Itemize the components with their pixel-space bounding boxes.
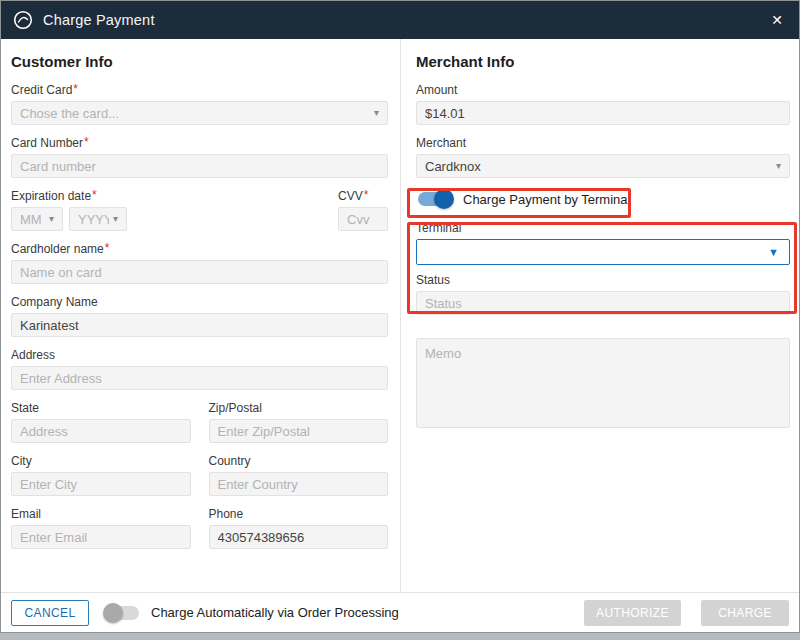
- state-input[interactable]: [11, 419, 191, 443]
- cardholder-name-input[interactable]: [11, 260, 388, 284]
- expiration-year-value: YYYY: [78, 212, 109, 227]
- merchant-info-section: Merchant Info Amount Merchant Cardknox ▾: [401, 39, 799, 592]
- customer-info-section: Customer Info Credit Card* Chose the car…: [1, 39, 401, 592]
- card-number-input[interactable]: [11, 154, 388, 178]
- page: Charge Payment ✕ Customer Info Credit Ca…: [0, 0, 800, 640]
- state-label-text: State: [11, 401, 39, 415]
- country-input[interactable]: [209, 472, 389, 496]
- terminal-toggle-row: Charge Payment by Terminal: [418, 189, 790, 209]
- charge-payment-modal: Charge Payment ✕ Customer Info Credit Ca…: [0, 0, 800, 633]
- address-field: Address: [11, 348, 388, 390]
- auto-charge-label: Charge Automatically via Order Processin…: [151, 605, 399, 620]
- status-input[interactable]: [416, 291, 790, 315]
- chevron-down-icon: ▾: [49, 214, 54, 224]
- cvv-field: CVV*: [338, 189, 388, 231]
- chevron-down-icon: ▾: [776, 161, 781, 171]
- credit-card-label: Credit Card*: [11, 83, 388, 97]
- terminal-label-text: Terminal: [416, 221, 461, 235]
- email-label: Email: [11, 507, 191, 521]
- address-label: Address: [11, 348, 388, 362]
- email-phone-row: Email Phone: [11, 507, 388, 549]
- expiration-month-select[interactable]: MM ▾: [11, 207, 63, 231]
- email-field: Email: [11, 507, 191, 549]
- cardholder-name-field: Cardholder name*: [11, 242, 388, 284]
- terminal-field: Terminal ▼: [416, 221, 790, 265]
- brand-logo-icon: [13, 10, 33, 30]
- cardholder-name-label: Cardholder name*: [11, 242, 388, 256]
- close-icon[interactable]: ✕: [771, 13, 783, 27]
- required-asterisk: *: [84, 135, 89, 149]
- city-input[interactable]: [11, 472, 191, 496]
- phone-label: Phone: [209, 507, 389, 521]
- state-field: State: [11, 401, 191, 443]
- merchant-label-text: Merchant: [416, 136, 466, 150]
- expiration-label: Expiration date*: [11, 189, 338, 203]
- required-asterisk: *: [105, 241, 110, 255]
- email-input[interactable]: [11, 525, 191, 549]
- zip-postal-field: Zip/Postal: [209, 401, 389, 443]
- toggle-knob: [434, 189, 454, 209]
- company-name-input[interactable]: [11, 313, 388, 337]
- amount-input[interactable]: [416, 101, 790, 125]
- address-input[interactable]: [11, 366, 388, 390]
- expiration-selects: MM ▾ YYYY ▾: [11, 207, 338, 231]
- cvv-label: CVV*: [338, 189, 388, 203]
- company-name-field: Company Name: [11, 295, 388, 337]
- zip-postal-label-text: Zip/Postal: [209, 401, 262, 415]
- city-label-text: City: [11, 454, 32, 468]
- terminal-select[interactable]: ▼: [416, 239, 790, 265]
- state-label: State: [11, 401, 191, 415]
- amount-label: Amount: [416, 83, 790, 97]
- required-asterisk: *: [364, 188, 369, 202]
- company-name-label-text: Company Name: [11, 295, 98, 309]
- customer-info-title: Customer Info: [11, 53, 388, 70]
- merchant-label: Merchant: [416, 136, 790, 150]
- phone-input[interactable]: [209, 525, 389, 549]
- titlebar: Charge Payment ✕: [1, 1, 799, 39]
- phone-label-text: Phone: [209, 507, 244, 521]
- cvv-input[interactable]: [338, 207, 388, 231]
- amount-field: Amount: [416, 83, 790, 125]
- credit-card-select[interactable]: Chose the card... ▾: [11, 101, 388, 125]
- state-zip-row: State Zip/Postal: [11, 401, 388, 443]
- country-label-text: Country: [209, 454, 251, 468]
- zip-postal-label: Zip/Postal: [209, 401, 389, 415]
- terminal-toggle[interactable]: [418, 192, 452, 206]
- memo-textarea[interactable]: [416, 338, 790, 428]
- terminal-label: Terminal: [416, 221, 790, 235]
- expiration-year-select[interactable]: YYYY ▾: [69, 207, 127, 231]
- chevron-down-icon: ▾: [113, 214, 118, 224]
- required-asterisk: *: [73, 82, 78, 96]
- toggle-knob: [103, 603, 123, 623]
- terminal-toggle-label: Charge Payment by Terminal: [463, 192, 630, 207]
- city-label: City: [11, 454, 191, 468]
- zip-postal-input[interactable]: [209, 419, 389, 443]
- merchant-select-value: Cardknox: [425, 159, 481, 174]
- footer: CANCEL Charge Automatically via Order Pr…: [1, 592, 799, 632]
- auto-charge-toggle[interactable]: [105, 606, 139, 620]
- expiration-cvv-row: Expiration date* MM ▾ YYYY ▾: [11, 189, 388, 231]
- company-name-label: Company Name: [11, 295, 388, 309]
- amount-label-text: Amount: [416, 83, 457, 97]
- credit-card-select-value: Chose the card...: [20, 106, 119, 121]
- modal-body: Customer Info Credit Card* Chose the car…: [1, 39, 799, 592]
- country-label: Country: [209, 454, 389, 468]
- merchant-select[interactable]: Cardknox ▾: [416, 154, 790, 178]
- cardholder-name-label-text: Cardholder name: [11, 242, 104, 256]
- status-label: Status: [416, 273, 790, 287]
- merchant-field: Merchant Cardknox ▾: [416, 136, 790, 178]
- cancel-button[interactable]: CANCEL: [11, 600, 89, 626]
- country-field: Country: [209, 454, 389, 496]
- chevron-down-icon: ▼: [768, 247, 779, 258]
- expiration-field: Expiration date* MM ▾ YYYY ▾: [11, 189, 338, 231]
- required-asterisk: *: [92, 188, 97, 202]
- card-number-label-text: Card Number: [11, 136, 83, 150]
- status-field: Status: [416, 273, 790, 315]
- charge-button[interactable]: CHARGE: [701, 600, 789, 626]
- expiration-label-text: Expiration date: [11, 189, 91, 203]
- city-field: City: [11, 454, 191, 496]
- merchant-info-title: Merchant Info: [416, 53, 790, 70]
- cvv-label-text: CVV: [338, 189, 363, 203]
- city-country-row: City Country: [11, 454, 388, 496]
- authorize-button[interactable]: AUTHORIZE: [584, 600, 681, 626]
